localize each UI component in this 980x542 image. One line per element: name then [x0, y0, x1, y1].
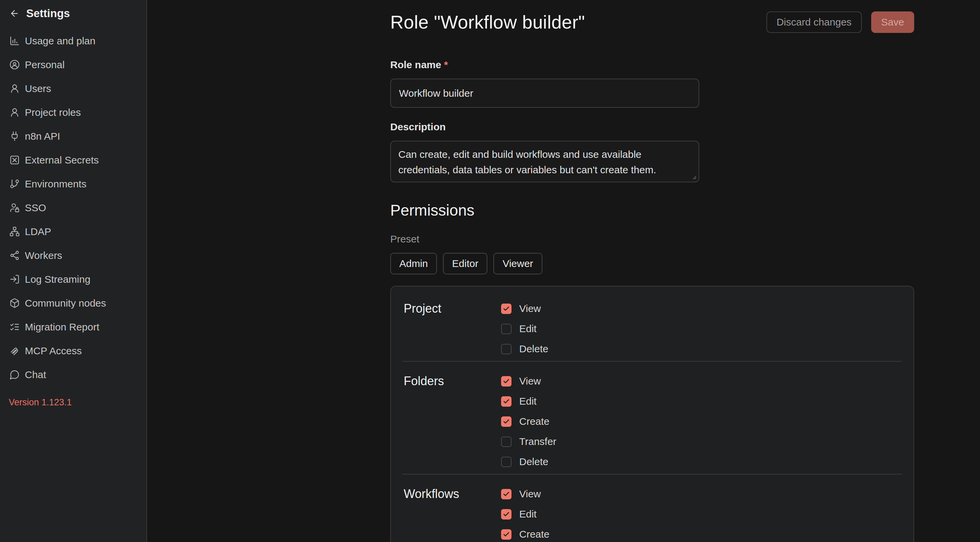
box-icon	[10, 298, 20, 308]
sidebar-item-log-streaming[interactable]: Log Streaming	[0, 267, 146, 291]
permission-row-project-edit[interactable]: Edit	[501, 319, 537, 339]
description-textarea-wrap: Can create, edit and build workflows and…	[390, 141, 699, 182]
log-in-icon	[10, 274, 20, 285]
chart-column-icon	[10, 36, 20, 46]
permission-label: View	[519, 303, 541, 314]
sidebar-item-workers[interactable]: Workers	[0, 243, 146, 267]
sidebar-item-label: Users	[25, 83, 51, 94]
sidebar-title: Settings	[26, 7, 70, 20]
sidebar-item-personal[interactable]: Personal	[0, 53, 146, 76]
permission-row-folders-create[interactable]: Create	[501, 412, 549, 432]
sidebar-menu: Usage and planPersonalUsersProject roles…	[0, 29, 146, 386]
network-icon	[10, 226, 20, 237]
permission-row-project-delete[interactable]: Delete	[501, 339, 549, 359]
preset-buttons: AdminEditorViewer	[390, 253, 914, 274]
sidebar-item-label: External Secrets	[25, 154, 99, 166]
permission-label: Transfer	[519, 436, 557, 447]
permission-row-folders-view[interactable]: View	[501, 371, 541, 391]
sidebar-item-ldap[interactable]: LDAP	[0, 219, 146, 243]
permission-group-project: ProjectViewEditDelete	[391, 286, 913, 361]
permission-rows: ViewEditCreateTransferDelete	[501, 371, 901, 472]
user-icon	[10, 83, 20, 94]
checkbox-checked[interactable]	[501, 509, 511, 520]
sidebar-item-label: SSO	[25, 202, 46, 214]
checkbox-checked[interactable]	[501, 376, 511, 386]
version-label[interactable]: Version 1.123.1	[0, 397, 72, 408]
checkbox-checked[interactable]	[501, 529, 511, 540]
sidebar-item-migration-report[interactable]: Migration Report	[0, 315, 146, 339]
permission-row-workflows-edit[interactable]: Edit	[501, 504, 537, 524]
checkbox-unchecked[interactable]	[501, 324, 511, 334]
preset-admin-button[interactable]: Admin	[390, 253, 437, 274]
permission-label: Create	[519, 416, 549, 427]
resize-handle-icon[interactable]	[690, 173, 697, 180]
description-label: Description	[390, 121, 914, 134]
sidebar-item-chat[interactable]: Chat	[0, 363, 146, 386]
sidebar-item-mcp-access[interactable]: MCP Access	[0, 339, 146, 363]
settings-back-header[interactable]: Settings	[0, 5, 146, 22]
permission-label: View	[519, 375, 541, 387]
sidebar-item-label: Community nodes	[25, 297, 106, 309]
checkbox-checked[interactable]	[501, 396, 511, 407]
plug-icon	[10, 131, 20, 141]
main-content: Role "Workflow builder" Discard changes …	[147, 0, 980, 542]
checkbox-checked[interactable]	[501, 304, 511, 314]
checkbox-unchecked[interactable]	[501, 437, 511, 447]
permission-row-folders-transfer[interactable]: Transfer	[501, 432, 557, 452]
app-root: Settings Usage and planPersonalUsersProj…	[0, 0, 980, 542]
share-nodes-icon	[10, 250, 20, 261]
page-title: Role "Workflow builder"	[390, 11, 585, 33]
permission-row-workflows-create[interactable]: Create	[501, 524, 549, 542]
sidebar-item-label: Personal	[25, 59, 64, 70]
preset-label: Preset	[390, 234, 914, 245]
permission-row-folders-edit[interactable]: Edit	[501, 391, 537, 412]
header-actions: Discard changes Save	[767, 11, 914, 33]
sidebar-item-community-nodes[interactable]: Community nodes	[0, 291, 146, 315]
checkbox-checked[interactable]	[501, 416, 511, 427]
permission-row-workflows-view[interactable]: View	[501, 484, 541, 504]
git-branch-icon	[10, 179, 20, 189]
sidebar-item-users[interactable]: Users	[0, 76, 146, 100]
sidebar-item-label: Log Streaming	[25, 274, 90, 285]
required-asterisk: *	[444, 59, 448, 70]
checkbox-checked[interactable]	[501, 489, 511, 499]
role-form: Role name * Description Can create, edit…	[390, 59, 914, 182]
discard-changes-button[interactable]: Discard changes	[767, 11, 861, 33]
permissions-heading: Permissions	[390, 201, 914, 219]
mcp-icon	[10, 346, 20, 356]
circle-user-icon	[10, 59, 20, 70]
sidebar-item-external-secrets[interactable]: External Secrets	[0, 148, 146, 172]
permissions-panel: ProjectViewEditDeleteFoldersViewEditCrea…	[390, 286, 914, 542]
description-textarea[interactable]: Can create, edit and build workflows and…	[390, 141, 699, 182]
permission-rows: ViewEditDelete	[501, 299, 901, 359]
checkbox-unchecked[interactable]	[501, 344, 511, 354]
sidebar-item-label: MCP Access	[25, 345, 82, 357]
permission-group-label: Workflows	[404, 484, 501, 542]
permission-group-label: Folders	[404, 371, 501, 472]
user-lock-icon	[10, 202, 20, 213]
sidebar-item-sso[interactable]: SSO	[0, 196, 146, 219]
settings-sidebar: Settings Usage and planPersonalUsersProj…	[0, 0, 147, 542]
sidebar-item-label: Migration Report	[25, 321, 99, 333]
page-header: Role "Workflow builder" Discard changes …	[390, 11, 914, 33]
preset-viewer-button[interactable]: Viewer	[493, 253, 542, 274]
permission-label: Delete	[519, 343, 549, 354]
sidebar-item-label: Usage and plan	[25, 35, 95, 47]
permission-label: Create	[519, 529, 549, 540]
permission-group-folders: FoldersViewEditCreateTransferDelete	[391, 362, 913, 474]
sidebar-item-project-roles[interactable]: Project roles	[0, 100, 146, 124]
permission-row-folders-delete[interactable]: Delete	[501, 452, 549, 472]
back-arrow-icon	[10, 8, 19, 19]
preset-editor-button[interactable]: Editor	[443, 253, 487, 274]
permission-label: Edit	[519, 323, 537, 334]
permission-label: Delete	[519, 456, 549, 467]
sidebar-item-environments[interactable]: Environments	[0, 172, 146, 196]
checkbox-unchecked[interactable]	[501, 457, 511, 467]
user-icon	[10, 107, 20, 118]
role-name-input[interactable]	[390, 79, 699, 108]
sidebar-item-usage-and-plan[interactable]: Usage and plan	[0, 29, 146, 53]
permission-row-project-view[interactable]: View	[501, 299, 541, 319]
save-button[interactable]: Save	[871, 11, 914, 33]
permission-rows: ViewEditCreate	[501, 484, 901, 542]
sidebar-item-n8n-api[interactable]: n8n API	[0, 124, 146, 148]
